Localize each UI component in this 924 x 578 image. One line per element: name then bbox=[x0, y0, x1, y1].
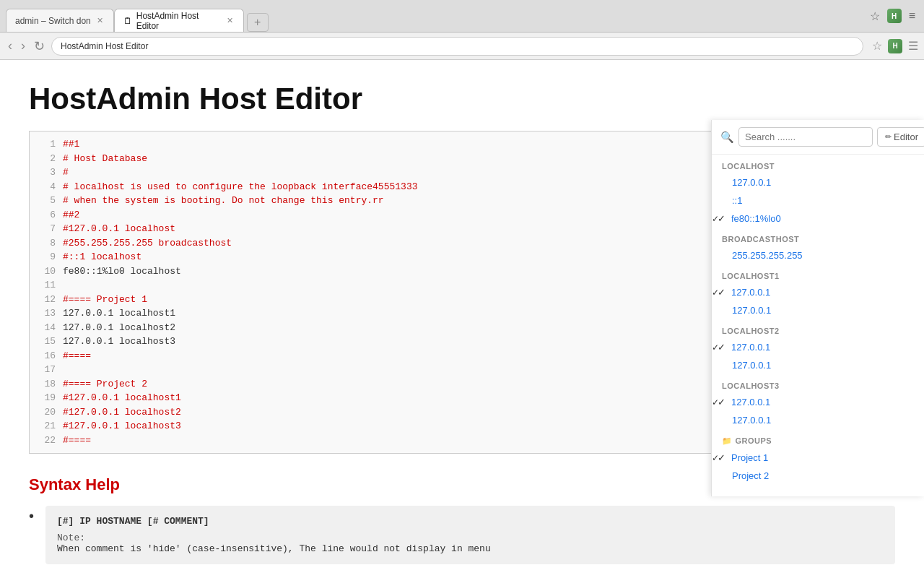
check-mark: ✓ bbox=[718, 213, 725, 224]
line-content: #127.0.0.1 localhost1 bbox=[63, 391, 181, 405]
line-content: # localhost is used to configure the loo… bbox=[63, 180, 417, 194]
menu-item-text: fe80::1%lo0 bbox=[731, 213, 781, 224]
search-row: 🔍 ✏ Editor bbox=[712, 120, 924, 155]
line-content: #==== bbox=[63, 434, 91, 448]
menu-item-text: 127.0.0.1 bbox=[732, 177, 771, 188]
menu-item-text: 127.0.0.1 bbox=[732, 360, 771, 371]
line-content: # bbox=[63, 165, 69, 180]
tab-1-label: admin – Switch don bbox=[15, 16, 91, 26]
search-input[interactable] bbox=[738, 127, 873, 147]
line-content: #255.255.255.255 broadcasthost bbox=[63, 236, 232, 251]
line-number: 20 bbox=[35, 405, 56, 420]
tab-1-close[interactable]: ✕ bbox=[95, 16, 105, 25]
ext-icon-2[interactable]: H bbox=[888, 39, 902, 53]
line-number: 10 bbox=[35, 264, 56, 279]
note-text-1: When comment is 'hide' (case-insensitive… bbox=[57, 543, 491, 554]
menu-item[interactable]: ::1 bbox=[712, 191, 924, 210]
dropdown-panel: 🔍 ✏ Editor LOCALHOST127.0.0.1::1✓fe80::1… bbox=[711, 120, 924, 496]
line-number: 13 bbox=[35, 306, 56, 321]
dropdown-sections: LOCALHOST127.0.0.1::1✓fe80::1%lo0BROADCA… bbox=[712, 155, 924, 485]
tab-2-label: HostAdmin Host Editor bbox=[136, 11, 221, 31]
line-content: 127.0.0.1 localhost2 bbox=[63, 321, 175, 335]
bookmark-icon[interactable]: ☆ bbox=[867, 8, 883, 25]
section-label: BROADCASTHOST bbox=[712, 228, 924, 246]
browser-actions: ☆ H ≡ bbox=[867, 8, 918, 25]
page-container: HostAdmin Host Editor 1##12# Host Databa… bbox=[0, 60, 924, 578]
address-bar-row: ‹ › ↻ HostAdmin Host Editor ☆ H ☰ bbox=[0, 33, 924, 60]
line-number: 16 bbox=[35, 349, 56, 363]
tab-favicon: 🗒 bbox=[123, 16, 132, 26]
menu-item[interactable]: 127.0.0.1 bbox=[712, 411, 924, 429]
menu-item-text: 127.0.0.1 bbox=[731, 287, 770, 298]
tab-2-close[interactable]: ✕ bbox=[225, 16, 235, 25]
line-number: 22 bbox=[35, 434, 56, 448]
line-number: 18 bbox=[35, 377, 56, 392]
line-content: #127.0.0.1 localhost3 bbox=[63, 419, 181, 434]
line-content: #::1 localhost bbox=[63, 250, 141, 264]
folder-icon: 📁 bbox=[722, 436, 733, 445]
check-mark: ✓ bbox=[718, 342, 725, 353]
line-content: ##2 bbox=[63, 208, 79, 223]
section-label: LOCALHOST1 bbox=[712, 264, 924, 283]
toolbar-icons: ☆ H ☰ bbox=[872, 39, 918, 53]
address-text: HostAdmin Host Editor bbox=[61, 41, 148, 51]
check-mark: ✓ bbox=[718, 452, 725, 463]
line-content: # Host Database bbox=[63, 152, 147, 166]
line-number: 12 bbox=[35, 293, 56, 307]
tab-2[interactable]: 🗒 HostAdmin Host Editor ✕ bbox=[114, 9, 244, 32]
note-label-1: Note: bbox=[57, 532, 85, 543]
menu-item-text: 127.0.0.1 bbox=[732, 415, 771, 426]
line-number: 19 bbox=[35, 391, 56, 405]
line-content: #127.0.0.1 localhost2 bbox=[63, 405, 181, 420]
address-bar[interactable]: HostAdmin Host Editor bbox=[51, 37, 863, 56]
syntax-cmd-1: [#] IP HOSTNAME [# COMMENT] bbox=[57, 516, 884, 527]
menu-item[interactable]: ✓Project 1 bbox=[712, 449, 924, 467]
section-label: 📁GROUPS bbox=[712, 429, 924, 449]
line-number: 11 bbox=[35, 278, 56, 293]
editor-button[interactable]: ✏ Editor bbox=[877, 127, 924, 147]
line-content: #127.0.0.1 localhost bbox=[63, 222, 175, 236]
menu-item-text: 255.255.255.255 bbox=[732, 250, 803, 261]
line-number: 4 bbox=[35, 180, 56, 194]
extension-icon[interactable]: H bbox=[887, 9, 902, 23]
forward-button[interactable]: › bbox=[19, 38, 27, 53]
line-content: 127.0.0.1 localhost1 bbox=[63, 306, 175, 321]
menu-item[interactable]: ✓127.0.0.1 bbox=[712, 393, 924, 411]
new-tab-button[interactable]: + bbox=[247, 13, 269, 32]
star-icon[interactable]: ☆ bbox=[872, 39, 882, 53]
section-label: LOCALHOST3 bbox=[712, 374, 924, 393]
tab-1[interactable]: admin – Switch don ✕ bbox=[6, 9, 114, 32]
section-label: LOCALHOST bbox=[712, 155, 924, 173]
line-number: 9 bbox=[35, 250, 56, 264]
menu-item-text: 127.0.0.1 bbox=[731, 342, 770, 353]
syntax-box-1: [#] IP HOSTNAME [# COMMENT] Note: When c… bbox=[45, 506, 895, 564]
check-mark: ✓ bbox=[718, 287, 725, 298]
line-number: 3 bbox=[35, 165, 56, 180]
menu-item[interactable]: ✓fe80::1%lo0 bbox=[712, 210, 924, 228]
check-mark: ✓ bbox=[718, 397, 725, 407]
menu-item[interactable]: Project 2 bbox=[712, 467, 924, 485]
menu-item[interactable]: 127.0.0.1 bbox=[712, 356, 924, 374]
line-number: 6 bbox=[35, 208, 56, 223]
menu-item-text: Project 2 bbox=[732, 470, 769, 481]
syntax-list: • [#] IP HOSTNAME [# COMMENT] Note: When… bbox=[29, 506, 895, 578]
line-content: #==== bbox=[63, 349, 91, 363]
refresh-button[interactable]: ↻ bbox=[32, 38, 47, 54]
line-number: 7 bbox=[35, 222, 56, 236]
menu-item[interactable]: 127.0.0.1 bbox=[712, 173, 924, 191]
menu-item-text: Project 1 bbox=[731, 452, 768, 463]
hamburger-icon[interactable]: ☰ bbox=[908, 39, 918, 53]
line-number: 14 bbox=[35, 321, 56, 335]
menu-item[interactable]: ✓127.0.0.1 bbox=[712, 338, 924, 356]
browser-chrome: admin – Switch don ✕ 🗒 HostAdmin Host Ed… bbox=[0, 0, 924, 33]
line-content: #==== Project 2 bbox=[63, 377, 147, 392]
menu-item[interactable]: 127.0.0.1 bbox=[712, 301, 924, 319]
menu-icon[interactable]: ≡ bbox=[906, 8, 918, 24]
line-number: 2 bbox=[35, 152, 56, 166]
syntax-item-1: • [#] IP HOSTNAME [# COMMENT] Note: When… bbox=[29, 506, 895, 564]
menu-item[interactable]: ✓127.0.0.1 bbox=[712, 283, 924, 301]
line-number: 17 bbox=[35, 363, 56, 377]
menu-item[interactable]: 255.255.255.255 bbox=[712, 246, 924, 264]
line-number: 8 bbox=[35, 236, 56, 251]
back-button[interactable]: ‹ bbox=[6, 38, 14, 53]
